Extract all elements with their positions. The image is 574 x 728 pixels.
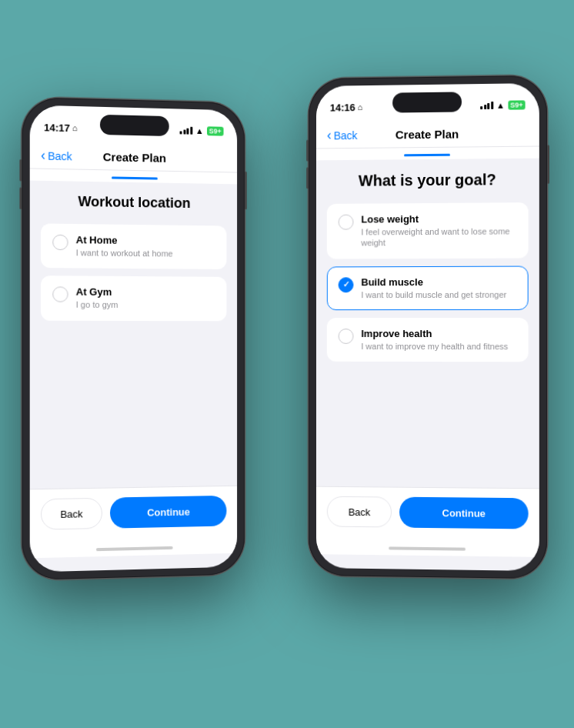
option-title-at-gym: At Gym bbox=[76, 286, 215, 299]
continue-btn-right[interactable]: Continue bbox=[399, 497, 528, 529]
home-status-icon-right: ⌂ bbox=[358, 102, 363, 112]
status-right-right: ▲ S9+ bbox=[481, 100, 526, 110]
radio-at-home[interactable] bbox=[52, 235, 68, 250]
volume-down-button-right bbox=[306, 167, 309, 189]
option-text-lose-weight: Lose weight I feel overweight and want t… bbox=[361, 212, 516, 249]
option-title-build-muscle: Build muscle bbox=[361, 276, 516, 288]
nav-title-right: Create Plan bbox=[395, 128, 459, 142]
screen-heading-left: Workout location bbox=[41, 193, 226, 212]
option-title-at-home: At Home bbox=[76, 234, 215, 247]
progress-line-right bbox=[404, 154, 450, 157]
radio-build-muscle[interactable]: ✓ bbox=[339, 277, 354, 292]
option-improve-health[interactable]: Improve health I want to improve my heal… bbox=[327, 318, 529, 362]
screen-content-right: What is your goal? Lose weight I feel ov… bbox=[316, 159, 539, 382]
option-text-at-gym: At Gym I go to gym bbox=[76, 286, 215, 311]
signal-icon-left bbox=[180, 126, 192, 134]
bottom-bar-right: Back Continue bbox=[316, 486, 539, 543]
back-btn-left[interactable]: Back bbox=[41, 498, 102, 530]
dynamic-island-left bbox=[100, 115, 169, 136]
option-desc-build-muscle: I want to build muscle and get stronger bbox=[361, 289, 516, 300]
option-text-improve-health: Improve health I want to improve my heal… bbox=[361, 328, 516, 352]
volume-up-button-right bbox=[306, 140, 309, 162]
option-at-gym[interactable]: At Gym I go to gym bbox=[41, 276, 226, 320]
phone-right: 14:16 ⌂ ▲ S9+ ‹ Ba bbox=[309, 75, 547, 579]
volume-up-button bbox=[19, 159, 22, 181]
option-desc-lose-weight: I feel overweight and want to lose some … bbox=[361, 225, 516, 249]
radio-at-gym[interactable] bbox=[52, 287, 68, 302]
wifi-icon-left: ▲ bbox=[195, 126, 204, 135]
screen-content-left: Workout location At Home I want to worko… bbox=[30, 181, 237, 341]
screen-heading-right: What is your goal? bbox=[327, 171, 529, 190]
back-chevron-right: ‹ bbox=[327, 127, 332, 143]
back-btn-right[interactable]: Back bbox=[327, 496, 392, 528]
option-build-muscle[interactable]: ✓ Build muscle I want to build muscle an… bbox=[327, 265, 529, 310]
phone-left-screen: 14:17 ⌂ ▲ S9+ ‹ Ba bbox=[30, 105, 237, 572]
home-indicator-right bbox=[316, 540, 539, 557]
status-right-left: ▲ S9+ bbox=[180, 125, 224, 135]
battery-badge-right: S9+ bbox=[508, 100, 525, 109]
volume-down-button bbox=[19, 187, 22, 209]
battery-badge-left: S9+ bbox=[207, 126, 224, 135]
status-time-right: 14:16 ⌂ bbox=[330, 102, 362, 113]
dynamic-island-right bbox=[392, 92, 462, 112]
option-lose-weight[interactable]: Lose weight I feel overweight and want t… bbox=[327, 202, 529, 259]
back-button-right[interactable]: ‹ Back bbox=[327, 127, 358, 143]
nav-bar-left: ‹ Back Create Plan bbox=[30, 142, 237, 173]
option-text-build-muscle: Build muscle I want to build muscle and … bbox=[361, 276, 516, 300]
check-icon-build-muscle: ✓ bbox=[342, 279, 349, 289]
option-title-lose-weight: Lose weight bbox=[361, 212, 516, 225]
phone-right-screen: 14:16 ⌂ ▲ S9+ ‹ Ba bbox=[316, 83, 539, 571]
back-button-left[interactable]: ‹ Back bbox=[41, 147, 72, 164]
power-button-right bbox=[547, 145, 549, 183]
option-desc-improve-health: I want to improve my health and fitness bbox=[361, 341, 516, 352]
wifi-icon-right: ▲ bbox=[496, 101, 505, 110]
home-status-icon-left: ⌂ bbox=[72, 123, 78, 132]
option-title-improve-health: Improve health bbox=[361, 328, 516, 339]
back-chevron-left: ‹ bbox=[41, 147, 45, 163]
option-at-home[interactable]: At Home I want to workout at home bbox=[41, 223, 226, 269]
bottom-bar-left: Back Continue bbox=[30, 486, 237, 544]
nav-bar-right: ‹ Back Create Plan bbox=[316, 120, 539, 149]
option-text-at-home: At Home I want to workout at home bbox=[76, 234, 215, 259]
power-button bbox=[245, 172, 247, 209]
signal-icon-right bbox=[481, 102, 494, 109]
scene: 14:17 ⌂ ▲ S9+ ‹ Ba bbox=[0, 0, 574, 728]
continue-btn-left[interactable]: Continue bbox=[110, 496, 227, 529]
radio-improve-health[interactable] bbox=[339, 329, 354, 344]
progress-line-left bbox=[112, 176, 158, 179]
option-desc-at-gym: I go to gym bbox=[76, 299, 215, 311]
nav-title-left: Create Plan bbox=[103, 150, 166, 165]
option-desc-at-home: I want to workout at home bbox=[76, 247, 215, 259]
bottom-area-left: Back Continue bbox=[30, 486, 237, 559]
bottom-area-right: Back Continue bbox=[316, 486, 539, 557]
phone-left: 14:17 ⌂ ▲ S9+ ‹ Ba bbox=[22, 97, 245, 580]
status-time-left: 14:17 ⌂ bbox=[44, 122, 78, 134]
radio-lose-weight[interactable] bbox=[339, 215, 354, 230]
